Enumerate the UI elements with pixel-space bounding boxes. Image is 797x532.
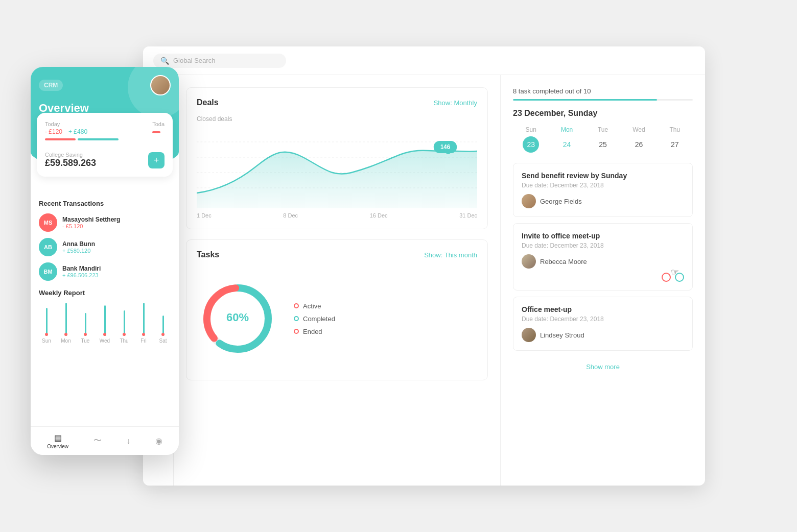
trans-name-1: Masayoshi Settherg bbox=[62, 216, 171, 223]
deals-show-value[interactable]: Monthly bbox=[454, 99, 477, 107]
mobile-bottom-nav: ▤ Overview 〜 ↓ ◉ bbox=[31, 426, 179, 455]
chart-label-1: 1 Dec bbox=[197, 212, 212, 219]
legend-dot-active bbox=[294, 303, 299, 308]
task-card-2: Invite to office meet-up Due date: Decem… bbox=[513, 223, 693, 291]
legend-dot-completed bbox=[294, 316, 299, 321]
legend-completed: Completed bbox=[294, 315, 335, 323]
task-1-title: Send benefit review by Sunday bbox=[522, 172, 684, 180]
nav-profile[interactable]: ◉ bbox=[155, 436, 162, 446]
transaction-3: BM Bank Mandiri + £96.506.223 bbox=[39, 262, 171, 281]
task-2-due: Due date: December 23, 2018 bbox=[522, 242, 684, 249]
saving-row: College Saving £59.589.263 + bbox=[45, 146, 165, 168]
deals-show: Show: Monthly bbox=[434, 99, 477, 107]
desktop-content: Deals Show: Monthly Closed deals bbox=[143, 75, 705, 486]
trans-avatar-ab: AB bbox=[39, 238, 57, 256]
legend-active: Active bbox=[294, 302, 335, 310]
assignee-avatar-1 bbox=[522, 194, 536, 208]
balance-pos: + £480 bbox=[68, 128, 87, 135]
transaction-2: AB Anna Bunn + £580.120 bbox=[39, 238, 171, 256]
weekly-section: Weekly Report Sun Mon bbox=[39, 289, 171, 344]
cal-day-mon: Mon 24 bbox=[549, 126, 584, 153]
balance-info: Today - £120 + £480 bbox=[45, 121, 119, 140]
nav-download-icon: ↓ bbox=[126, 437, 130, 446]
transaction-1: MS Masayoshi Settherg - £5.120 bbox=[39, 213, 171, 232]
mobile-body: Recent Transactions MS Masayoshi Setther… bbox=[31, 200, 179, 426]
chart-container: 146 bbox=[197, 127, 477, 208]
deals-title: Deals bbox=[197, 98, 219, 107]
trans-amount-3: + £96.506.223 bbox=[62, 272, 171, 278]
trans-amount-1: - £5.120 bbox=[62, 223, 171, 229]
cal-num-27[interactable]: 27 bbox=[667, 136, 683, 153]
desktop-panel: 🔍 Global Search Deals bbox=[143, 46, 705, 486]
nav-trends[interactable]: 〜 bbox=[93, 436, 102, 446]
legend-dot-ended bbox=[294, 329, 299, 334]
chart-label-3: 16 Dec bbox=[370, 212, 388, 219]
balance-bars bbox=[45, 138, 119, 140]
nav-overview-icon: ▤ bbox=[54, 433, 62, 443]
show-more-button[interactable]: Show more bbox=[513, 357, 693, 377]
donut-container: 60% Active Completed bbox=[197, 268, 477, 370]
main-content: Deals Show: Monthly Closed deals bbox=[174, 75, 705, 486]
tasks-show-value[interactable]: This month bbox=[444, 251, 477, 259]
nav-profile-icon: ◉ bbox=[155, 436, 162, 446]
task-2-assignee: Rebecca Moore bbox=[522, 254, 684, 269]
weekly-bar-sat: Sat bbox=[155, 303, 171, 344]
cal-num-25[interactable]: 25 bbox=[595, 136, 611, 153]
add-button[interactable]: + bbox=[148, 152, 165, 168]
today-label-2: Toda bbox=[152, 121, 165, 127]
nav-overview[interactable]: ▤ Overview bbox=[47, 433, 68, 449]
cal-day-thu: Thu 27 bbox=[657, 126, 693, 153]
search-placeholder: Global Search bbox=[173, 57, 215, 64]
mobile-logo: CRM bbox=[39, 80, 63, 91]
balance-row: Today - £120 + £480 Toda bbox=[45, 121, 165, 140]
weekly-bar-sun: Sun bbox=[39, 303, 54, 344]
trans-name-2: Anna Bunn bbox=[62, 240, 171, 248]
donut-chart: 60% bbox=[197, 278, 278, 359]
today-label: Today bbox=[45, 121, 119, 127]
mobile-app: CRM Overview Today - £120 + £480 bbox=[31, 67, 179, 455]
cal-num-24[interactable]: 24 bbox=[559, 136, 575, 153]
cal-num-23[interactable]: 23 bbox=[523, 136, 539, 153]
weekly-chart: Sun Mon Tue bbox=[39, 303, 171, 344]
task-circle-red[interactable] bbox=[662, 273, 671, 282]
cal-day-tue: Tue 25 bbox=[585, 126, 621, 153]
legend-ended: Ended bbox=[294, 328, 335, 335]
legend-label-ended: Ended bbox=[303, 328, 322, 335]
search-bar[interactable]: 🔍 Global Search bbox=[153, 54, 286, 68]
assignee-avatar-3 bbox=[522, 328, 536, 342]
assignee-avatar-2 bbox=[522, 254, 536, 269]
task-3-assignee: Lindsey Stroud bbox=[522, 328, 684, 342]
cursor-icon: ☞ bbox=[671, 267, 679, 278]
chart-label-4: 31 Dec bbox=[459, 212, 477, 219]
saving-label: College Saving bbox=[45, 152, 96, 158]
mobile-top-bar: CRM bbox=[31, 67, 179, 95]
mobile-avatar bbox=[150, 75, 171, 95]
search-icon: 🔍 bbox=[160, 57, 169, 65]
left-panels: Deals Show: Monthly Closed deals bbox=[174, 75, 501, 486]
task-card-3: Office meet-up Due date: December 23, 20… bbox=[513, 297, 693, 351]
task-3-title: Office meet-up bbox=[522, 305, 684, 313]
svg-text:60%: 60% bbox=[226, 311, 249, 324]
cal-day-sun: Sun 23 bbox=[513, 126, 549, 153]
trans-info-2: Anna Bunn + £580.120 bbox=[62, 240, 171, 254]
legend-label-completed: Completed bbox=[303, 315, 335, 323]
right-panel: 8 task completed out of 10 23 December, … bbox=[501, 75, 705, 486]
progress-bar bbox=[513, 99, 693, 101]
date-header: 23 December, Sunday bbox=[513, 109, 693, 118]
trans-info-1: Masayoshi Settherg - £5.120 bbox=[62, 216, 171, 229]
chart-legend: Closed deals bbox=[197, 115, 477, 123]
balance-neg: - £120 bbox=[45, 128, 62, 135]
cal-num-26[interactable]: 26 bbox=[630, 136, 647, 153]
deals-show-label: Show: bbox=[434, 99, 452, 107]
weekly-bar-tue: Tue bbox=[78, 303, 93, 344]
weekly-bar-fri: Fri bbox=[136, 303, 151, 344]
nav-download[interactable]: ↓ bbox=[126, 437, 130, 446]
tasks-progress: 8 task completed out of 10 bbox=[513, 87, 693, 101]
weekly-title: Weekly Report bbox=[39, 289, 171, 297]
tasks-show: Show: This month bbox=[424, 251, 477, 259]
task-1-assignee: George Fields bbox=[522, 194, 684, 208]
calendar-row: Sun 23 Mon 24 Tue 25 Wed bbox=[513, 126, 693, 153]
trans-amount-2: + £580.120 bbox=[62, 248, 171, 254]
trans-info-3: Bank Mandiri + £96.506.223 bbox=[62, 265, 171, 278]
task-2-title: Invite to office meet-up bbox=[522, 232, 684, 240]
